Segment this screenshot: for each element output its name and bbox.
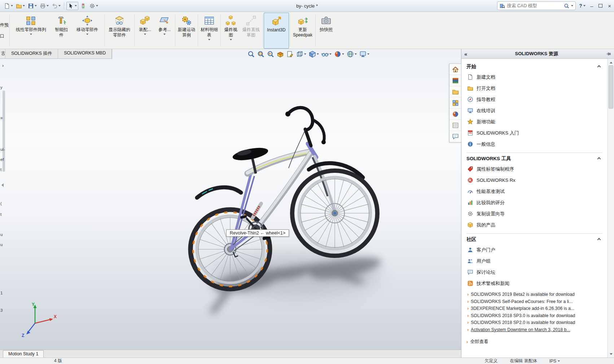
reference-dropdown-icon[interactable]	[163, 34, 166, 35]
search-dropdown-icon[interactable]	[571, 5, 573, 6]
collapse-pane-button[interactable]: «	[464, 51, 467, 57]
file-explorer-tab-button[interactable]	[449, 86, 461, 97]
display-style-button[interactable]	[308, 50, 320, 58]
options-button[interactable]	[88, 2, 99, 10]
news-item[interactable]: ›SOLIDWORKS Self-Paced eCourses: Free fo…	[467, 298, 605, 306]
taskpane-item-property-tab-builder[interactable]: 属性标签编制程序	[466, 163, 605, 175]
linear-pattern-dropdown-icon[interactable]	[30, 34, 32, 35]
feature-tree-expand-arrow[interactable]: ›	[2, 63, 4, 68]
open-dropdown-icon[interactable]	[23, 5, 25, 6]
save-dropdown-icon[interactable]	[35, 5, 37, 6]
news-item[interactable]: ›3DEXPERIENCE Marketplace add-in 6.26.30…	[467, 305, 605, 312]
rebuild-button[interactable]	[79, 2, 87, 10]
bicycle-model[interactable]	[0, 49, 461, 350]
taskpane-item-general-info[interactable]: 一般信息	[466, 139, 605, 150]
select-button[interactable]	[66, 2, 78, 10]
news-item[interactable]: ›SOLIDWORKS 2018 SP3.0 is available for …	[467, 312, 605, 320]
custom-properties-tab-button[interactable]	[449, 120, 461, 131]
taskpane-item-copy-settings-wizard[interactable]: 复制设置向导	[466, 208, 605, 219]
save-button[interactable]	[27, 2, 38, 10]
appearances-tab-button[interactable]	[449, 109, 461, 120]
new-dropdown-icon[interactable]	[11, 5, 13, 6]
maximize-button[interactable]	[598, 4, 602, 8]
scene-dropdown-icon[interactable]	[355, 53, 357, 55]
unit-dropdown-icon[interactable]	[558, 360, 560, 362]
tree-item-clipped[interactable]: ul-	[0, 147, 5, 152]
tab-solidworks-addins[interactable]: SOLIDWORKS 插件	[5, 49, 58, 58]
hide-show-items-button[interactable]	[321, 50, 332, 58]
tree-item-clipped[interactable]: u	[0, 242, 3, 247]
taskpane-item-technical-alerts[interactable]: 技术警戒和新闻	[466, 278, 605, 289]
tab-clipped[interactable]: 古	[0, 49, 5, 58]
annotation-view-button[interactable]	[286, 50, 294, 58]
tree-item-clipped[interactable]: u	[0, 232, 3, 237]
tree-item-clipped[interactable]: (	[0, 201, 2, 206]
news-item[interactable]: ›SOLIDWORKS 2019 Beta2 is available for …	[467, 291, 605, 298]
taskpane-item-performance-benchmark[interactable]: 性能基准测试	[466, 186, 605, 197]
open-button[interactable]	[15, 2, 26, 10]
scroll-down-button[interactable]	[608, 352, 614, 358]
undo-button[interactable]	[51, 2, 62, 10]
tree-item-clipped[interactable]: t	[0, 212, 1, 216]
previous-view-button[interactable]	[266, 50, 275, 58]
take-snapshot-button[interactable]: 拍快照	[316, 13, 336, 49]
exploded-view-button[interactable]: 爆炸视图	[222, 13, 240, 49]
help-button[interactable]: ?	[579, 3, 582, 9]
taskpane-item-online-training[interactable]: 在线培训	[466, 105, 605, 116]
options-dropdown-icon[interactable]	[96, 5, 98, 6]
appearance-dropdown-icon[interactable]	[342, 53, 344, 55]
tab-solidworks-mbd[interactable]: SOLIDWORKS MBD	[58, 49, 112, 58]
front-wheel[interactable]	[292, 171, 377, 256]
edit-appearance-button[interactable]	[333, 50, 345, 58]
tree-item-clipped[interactable]: ≡	[0, 116, 3, 120]
smart-fasteners-button[interactable]: 智能扣件	[52, 13, 71, 49]
select-dropdown-icon[interactable]	[75, 5, 77, 6]
graphics-area[interactable]: 古 SOLIDWORKS 插件 SOLIDWORKS MBD	[0, 49, 461, 350]
taskpane-item-compare-my-score[interactable]: 比较我的评分	[466, 197, 605, 208]
move-component-button[interactable]: 移动零部件	[71, 13, 104, 49]
instant3d-button[interactable]: Instant3D	[264, 13, 289, 49]
ribbon-clipped-button[interactable]: 件预 口	[0, 13, 9, 49]
status-unit-system[interactable]: IPS	[549, 359, 560, 364]
task-pane-scrollbar[interactable]	[608, 59, 614, 358]
bill-of-materials-button[interactable]: 材料明细表	[199, 13, 220, 49]
tree-item-clipped[interactable]: 3	[0, 308, 3, 312]
search-icon[interactable]	[564, 3, 569, 9]
zoom-fit-button[interactable]	[247, 50, 255, 58]
resources-tab-button[interactable]	[449, 64, 461, 75]
new-motion-study-button[interactable]: 新建运动算例	[176, 13, 197, 49]
view-all-link[interactable]: ›全部查看	[466, 339, 605, 345]
exploded-view-dropdown-icon[interactable]	[230, 39, 232, 40]
close-button[interactable]: ×	[608, 3, 611, 9]
chevron-up-icon[interactable]	[597, 157, 601, 161]
chevron-up-icon[interactable]	[597, 65, 601, 69]
panel-splitter-handle[interactable]	[1, 183, 4, 187]
motion-study-tab[interactable]: Motion Study 1	[3, 350, 44, 358]
tree-item-clipped[interactable]: ef	[0, 157, 4, 162]
zoom-area-button[interactable]	[256, 50, 265, 58]
news-item[interactable]: ›SOLIDWORKS 2018 SP2.0 is available for …	[467, 319, 605, 326]
new-document-button[interactable]	[3, 2, 14, 10]
chevron-up-icon[interactable]	[597, 238, 601, 241]
update-speedpak-button[interactable]: 更新 Speedpak	[291, 13, 315, 49]
taskpane-item-solidworks-rx[interactable]: SOLIDWORKS Rx	[466, 175, 605, 186]
reference-geometry-button[interactable]: 参考...	[155, 13, 174, 49]
pin-icon[interactable]	[606, 51, 611, 57]
taskpane-item-open-document[interactable]: 打开文档	[466, 83, 605, 94]
move-component-dropdown-icon[interactable]	[86, 34, 88, 35]
minimize-button[interactable]: –	[590, 3, 593, 9]
taskpane-item-introducing-solidworks[interactable]: SOLIDWORKS 入门	[466, 127, 605, 139]
print-dropdown-icon[interactable]	[47, 5, 49, 6]
view-orientation-button[interactable]	[295, 50, 307, 58]
tree-item-clipped[interactable]: 1	[0, 291, 3, 295]
tree-item-clipped[interactable]: t	[0, 167, 1, 172]
taskpane-item-tutorials[interactable]: 指导教程	[466, 94, 605, 105]
search-input[interactable]	[507, 3, 562, 8]
apply-scene-button[interactable]	[346, 50, 358, 58]
taskpane-item-user-groups[interactable]: 用户组	[466, 255, 605, 267]
taskpane-item-customer-portal[interactable]: 客户门户	[466, 244, 605, 255]
search-box[interactable]	[497, 1, 576, 10]
view-palette-tab-button[interactable]	[449, 97, 461, 109]
help-dropdown-icon[interactable]	[583, 5, 586, 6]
view-orientation-dropdown-icon[interactable]	[304, 53, 306, 55]
